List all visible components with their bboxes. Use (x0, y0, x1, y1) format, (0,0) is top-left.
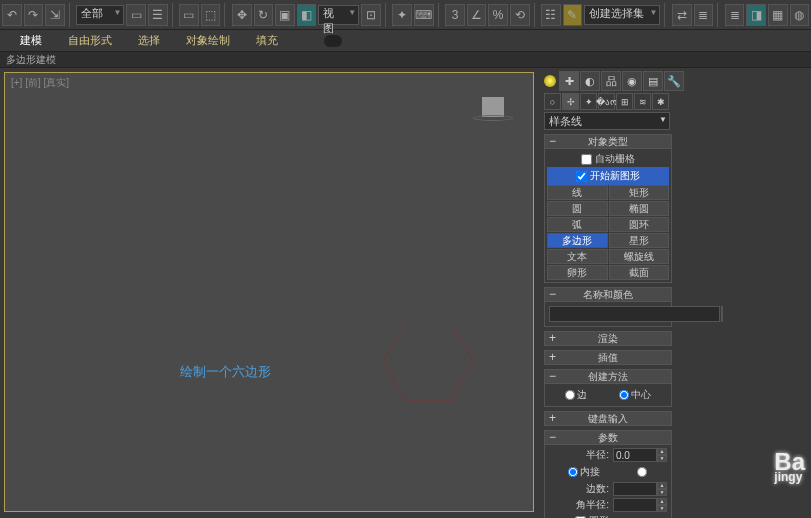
type-donut[interactable]: 圆环 (609, 217, 670, 232)
ref-coord-icon[interactable]: ◧ (297, 4, 317, 26)
type-circle[interactable]: 圆 (547, 201, 608, 216)
type-ngon[interactable]: 多边形 (547, 233, 608, 248)
radius-up[interactable]: ▲ (657, 448, 667, 455)
rollout-name-color[interactable]: 名称和颜色 (544, 287, 672, 302)
named-sel-icon[interactable]: ☷ (541, 4, 561, 26)
object-name-input[interactable] (549, 306, 720, 322)
window-cross-icon[interactable]: ⬚ (201, 4, 221, 26)
corner-radius-label: 角半径: (549, 498, 611, 512)
rollout-keyboard[interactable]: 键盘输入 (544, 411, 672, 426)
rollout-render[interactable]: 渲染 (544, 331, 672, 346)
material-icon[interactable]: ◍ (790, 4, 810, 26)
type-egg[interactable]: 卵形 (547, 265, 608, 280)
curve-editor-icon[interactable]: ◨ (746, 4, 766, 26)
tab-freeform[interactable]: 自由形式 (68, 33, 112, 48)
lightbulb-icon[interactable] (544, 75, 556, 87)
pivot-icon[interactable]: ⊡ (361, 4, 381, 26)
view-dropdown[interactable]: 视图 (318, 5, 359, 25)
keyboard-shortcut-icon[interactable]: ⌨ (414, 4, 434, 26)
main-toolbar: ↶ ↷ ⇲ 全部 ▭ ☰ ▭ ⬚ ✥ ↻ ▣ ◧ 视图 ⊡ ✦ ⌨ 3 ∠ % … (0, 0, 811, 30)
create-tab-icon[interactable]: ✚ (559, 71, 579, 91)
type-line[interactable]: 线 (547, 185, 608, 200)
type-helix[interactable]: 螺旋线 (609, 249, 670, 264)
type-rectangle[interactable]: 矩形 (609, 185, 670, 200)
modify-tab-icon[interactable]: ◐ (580, 71, 600, 91)
sides-label: 边数: (549, 482, 611, 496)
geometry-subtab-icon[interactable]: ○ (544, 93, 561, 110)
mirror-icon[interactable]: ⇄ (672, 4, 692, 26)
rollout-create-method[interactable]: 创建方法 (544, 369, 672, 384)
tab-object-paint[interactable]: 对象绘制 (186, 33, 230, 48)
percent-snap-icon[interactable]: % (488, 4, 508, 26)
cr-down[interactable]: ▼ (657, 505, 667, 512)
snap-icon[interactable]: 3 (445, 4, 465, 26)
autogrid-label: 自动栅格 (595, 152, 635, 166)
rollout-params[interactable]: 参数 (544, 430, 672, 445)
spinner-snap-icon[interactable]: ⟲ (510, 4, 530, 26)
select-name-icon[interactable]: ☰ (148, 4, 168, 26)
hexagon-shape (383, 323, 473, 401)
link-icon[interactable]: ⇲ (45, 4, 65, 26)
sides-down[interactable]: ▼ (657, 489, 667, 496)
hierarchy-tab-icon[interactable]: 品 (601, 71, 621, 91)
edit-named-icon[interactable]: ✎ (563, 4, 583, 26)
color-swatch[interactable] (721, 306, 723, 322)
scale-icon[interactable]: ▣ (275, 4, 295, 26)
select-icon[interactable]: ▭ (126, 4, 146, 26)
type-star[interactable]: 星形 (609, 233, 670, 248)
type-ellipse[interactable]: 椭圆 (609, 201, 670, 216)
autogrid-checkbox[interactable] (581, 154, 592, 165)
radio-circumscribed[interactable] (637, 467, 647, 477)
create-selset-dropdown[interactable]: 创建选择集 (584, 5, 660, 25)
command-panel: ✚ ◐ 品 ◉ ▤ 🔧 ○ ✢ ✦ �აო ⊞ ≋ ✱ 样条线 对象类型 (541, 68, 811, 518)
redo-icon[interactable]: ↷ (24, 4, 44, 26)
tab-fill[interactable]: 填充 (256, 33, 278, 48)
radio-inscribed[interactable] (568, 467, 578, 477)
radio-edge[interactable] (565, 390, 575, 400)
rollout-interp[interactable]: 插值 (544, 350, 672, 365)
circular-label: 圆形 (589, 514, 609, 518)
radius-down[interactable]: ▼ (657, 455, 667, 462)
ribbon-toggle-icon[interactable] (324, 35, 342, 47)
tab-modeling[interactable]: 建模 (20, 33, 42, 48)
display-tab-icon[interactable]: ▤ (643, 71, 663, 91)
layer-icon[interactable]: ≣ (725, 4, 745, 26)
type-section[interactable]: 截面 (609, 265, 670, 280)
type-arc[interactable]: 弧 (547, 217, 608, 232)
rect-select-icon[interactable]: ▭ (179, 4, 199, 26)
radius-input[interactable] (613, 448, 657, 462)
systems-subtab-icon[interactable]: ✱ (652, 93, 669, 110)
cameras-subtab-icon[interactable]: �აო (598, 93, 615, 110)
schematic-icon[interactable]: ▦ (768, 4, 788, 26)
undo-icon[interactable]: ↶ (2, 4, 22, 26)
viewport-label[interactable]: [+] [前] [真实] (11, 76, 69, 90)
radius-label: 半径: (549, 448, 611, 462)
startnew-checkbox[interactable] (576, 171, 587, 182)
spacewarp-subtab-icon[interactable]: ≋ (634, 93, 651, 110)
category-dropdown[interactable]: 样条线 (544, 112, 670, 130)
shapes-subtab-icon[interactable]: ✢ (562, 93, 579, 110)
tab-select[interactable]: 选择 (138, 33, 160, 48)
svg-marker-0 (383, 323, 473, 400)
mode-label: 多边形建模 (0, 52, 811, 68)
utilities-tab-icon[interactable]: 🔧 (664, 71, 684, 91)
corner-radius-input[interactable] (613, 498, 657, 512)
manip-icon[interactable]: ✦ (392, 4, 412, 26)
startnew-label: 开始新图形 (590, 169, 640, 183)
angle-snap-icon[interactable]: ∠ (467, 4, 487, 26)
viewcube[interactable] (473, 97, 513, 127)
sides-up[interactable]: ▲ (657, 482, 667, 489)
type-text[interactable]: 文本 (547, 249, 608, 264)
rollout-object-type[interactable]: 对象类型 (544, 134, 672, 149)
motion-tab-icon[interactable]: ◉ (622, 71, 642, 91)
sides-input[interactable] (613, 482, 657, 496)
selection-filter-dropdown[interactable]: 全部 (76, 5, 124, 25)
cr-up[interactable]: ▲ (657, 498, 667, 505)
move-icon[interactable]: ✥ (232, 4, 252, 26)
radio-center[interactable] (619, 390, 629, 400)
helpers-subtab-icon[interactable]: ⊞ (616, 93, 633, 110)
rotate-icon[interactable]: ↻ (254, 4, 274, 26)
viewport-front[interactable]: [+] [前] [真实] 绘制一个六边形 (4, 72, 534, 512)
align-icon[interactable]: ≣ (694, 4, 714, 26)
lights-subtab-icon[interactable]: ✦ (580, 93, 597, 110)
